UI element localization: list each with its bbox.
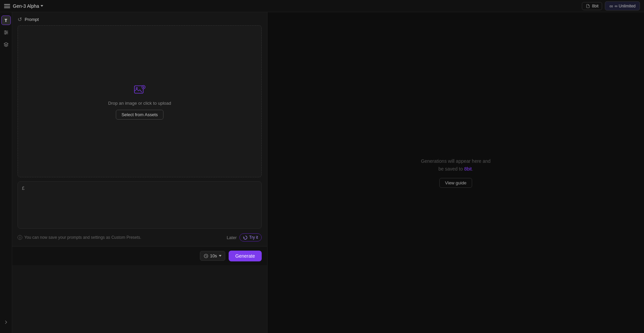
sidebar-item-layers[interactable] [1,40,11,49]
generate-button[interactable]: Generate [229,251,262,261]
sidebar-item-text[interactable]: T [1,16,11,25]
unlimited-badge[interactable]: ∞ ∞ Unlimited [605,1,640,10]
header-right: 8bit ∞ ∞ Unlimited [582,1,640,10]
sidebar-item-sliders[interactable] [1,28,11,37]
upload-area[interactable]: Drop an image or click to upload Select … [18,25,262,177]
left-panel: ↺ Prompt Drop an image or click to uploa… [12,12,267,333]
8bit-badge[interactable]: 8bit [582,2,602,10]
text-area-prefix: £ [22,185,25,192]
notification-message: You can now save your prompts and settin… [24,235,141,240]
prompt-text-input[interactable] [27,185,257,225]
unlimited-label: ∞ Unlimited [615,4,636,8]
header: Gen-3 Alpha 8bit ∞ ∞ Unlimited [0,0,644,12]
svg-point-3 [6,32,7,33]
try-it-icon [243,235,248,240]
placeholder-suffix: . [472,166,473,172]
app-title-chevron-icon [41,5,43,7]
layers-icon [3,42,9,47]
sliders-icon [3,30,9,35]
main-content: T [0,12,644,333]
app-title-label: Gen-3 Alpha [13,3,39,9]
sidebar-expand-button[interactable] [1,317,11,327]
sidebar: T [0,12,12,333]
generations-placeholder-text: Generations will appear here and be save… [421,157,490,173]
svg-point-1 [5,31,6,32]
expand-icon [4,320,8,325]
header-left: Gen-3 Alpha [4,3,43,9]
svg-point-7 [136,87,137,89]
notification-actions: Later Try it [227,233,262,241]
notification-bar: i You can now save your prompts and sett… [18,231,262,244]
panel-header: ↺ Prompt [12,12,267,25]
upload-icon-wrapper [133,83,147,97]
duration-select[interactable]: 10s [200,251,225,261]
text-tool-icon: T [5,18,7,23]
upload-image-icon [134,84,146,96]
duration-value: 10s [210,253,217,258]
clock-icon [204,254,208,258]
refresh-icon[interactable]: ↺ [18,16,22,23]
infinity-icon: ∞ [609,3,613,9]
select-assets-button[interactable]: Select from Assets [116,110,164,120]
text-area-wrapper[interactable]: £ [18,181,262,229]
footer-bar: 10s Generate [12,246,267,265]
app-title[interactable]: Gen-3 Alpha [13,3,43,9]
upload-drop-text: Drop an image or click to upload [108,101,171,106]
try-it-label: Try it [249,235,258,240]
placeholder-line2: be saved to [438,166,464,172]
text-area-inner: £ [18,182,261,228]
info-icon: i [18,235,22,240]
left-panel-inner: ↺ Prompt Drop an image or click to uploa… [12,12,267,333]
menu-icon[interactable] [4,3,10,9]
try-it-button[interactable]: Try it [239,233,262,241]
file-icon [586,4,590,8]
panel-title: Prompt [25,17,39,22]
8bit-label: 8bit [592,4,598,8]
duration-chevron-icon [219,255,222,257]
later-button[interactable]: Later [227,235,237,240]
8bit-link[interactable]: 8bit [464,166,472,172]
view-guide-button[interactable]: View guide [439,178,472,188]
notification-text: i You can now save your prompts and sett… [18,235,141,240]
svg-point-5 [5,33,6,34]
placeholder-line1: Generations will appear here and [421,158,490,164]
right-panel: Generations will appear here and be save… [267,12,644,333]
